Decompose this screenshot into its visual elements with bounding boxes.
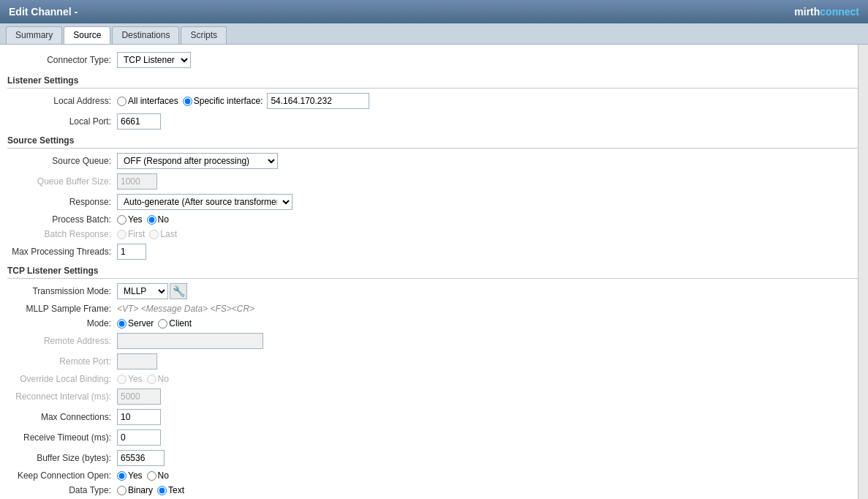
response-row: Response: Auto-generate (After source tr… (7, 194, 861, 210)
mode-radio-group: Server Client (117, 318, 192, 329)
tab-destinations[interactable]: Destinations (112, 26, 179, 44)
process-batch-yes-radio[interactable] (117, 215, 127, 225)
keep-connection-open-row: Keep Connection Open: Yes No (7, 470, 861, 481)
source-settings-title: Source Settings (7, 135, 861, 149)
keep-yes-option[interactable]: Yes (117, 470, 143, 481)
wrench-button[interactable]: 🔧 (170, 283, 187, 299)
override-local-binding-row: Override Local Binding: Yes No (7, 374, 861, 384)
keep-connection-open-label: Keep Connection Open: (7, 470, 117, 481)
all-interfaces-option[interactable]: All interfaces (117, 96, 178, 106)
keep-no-radio[interactable] (147, 471, 156, 481)
batch-response-first-radio[interactable] (117, 230, 127, 239)
mllp-sample-value: <VT> <Message Data> <FS><CR> (117, 304, 254, 314)
batch-response-first-option[interactable]: First (117, 229, 145, 239)
receive-timeout-row: Receive Timeout (ms): (7, 429, 861, 446)
queue-buffer-size-row: Queue Buffer Size: (7, 173, 861, 190)
source-queue-row: Source Queue: OFF (Respond after process… (7, 153, 861, 169)
batch-response-row: Batch Response: First Last (7, 229, 861, 239)
max-processing-threads-input[interactable] (117, 244, 146, 260)
data-type-row: Data Type: Binary Text (7, 485, 861, 495)
queue-buffer-size-label: Queue Buffer Size: (7, 176, 117, 187)
override-no-option[interactable]: No (147, 374, 169, 384)
process-batch-yes-option[interactable]: Yes (117, 214, 143, 225)
local-address-row: Local Address: All interfaces Specific i… (7, 93, 861, 109)
specific-interface-option[interactable]: Specific interface: (183, 96, 263, 106)
listener-settings-title: Listener Settings (7, 75, 861, 89)
transmission-mode-select[interactable]: MLLP (117, 283, 168, 299)
reconnect-interval-row: Reconnect Interval (ms): (7, 389, 861, 405)
receive-timeout-input[interactable] (117, 429, 161, 446)
data-text-option[interactable]: Text (157, 485, 184, 495)
tcp-listener-settings-title: TCP Listener Settings (7, 266, 861, 279)
queue-buffer-size-input[interactable] (117, 173, 157, 190)
remote-port-input[interactable] (117, 353, 157, 369)
batch-response-last-radio[interactable] (149, 230, 159, 239)
remote-address-input[interactable] (117, 333, 263, 349)
buffer-size-row: Buffer Size (bytes): (7, 450, 861, 466)
max-connections-label: Max Connections: (7, 412, 117, 422)
keep-connection-radio-group: Yes No (117, 470, 169, 481)
override-yes-option[interactable]: Yes (117, 374, 143, 384)
source-queue-select[interactable]: OFF (Respond after processing) (117, 153, 278, 169)
tab-scripts[interactable]: Scripts (181, 26, 227, 44)
max-processing-threads-row: Max Processing Threads: (7, 244, 861, 260)
mode-client-radio[interactable] (158, 319, 167, 329)
data-text-radio[interactable] (157, 486, 167, 495)
mllp-sample-row: MLLP Sample Frame: <VT> <Message Data> <… (7, 304, 861, 314)
all-interfaces-radio[interactable] (117, 97, 127, 106)
batch-response-radio-group: First Last (117, 229, 177, 239)
batch-response-last-option[interactable]: Last (149, 229, 177, 239)
override-radio-group: Yes No (117, 374, 169, 384)
buffer-size-input[interactable] (117, 450, 165, 466)
mode-row: Mode: Server Client (7, 318, 861, 329)
data-type-radio-group: Binary Text (117, 485, 184, 495)
override-yes-radio[interactable] (117, 375, 127, 384)
response-select[interactable]: Auto-generate (After source transformer) (117, 194, 293, 210)
data-binary-radio[interactable] (117, 486, 127, 495)
data-binary-option[interactable]: Binary (117, 485, 153, 495)
transmission-mode-row: Transmission Mode: MLLP 🔧 (7, 283, 861, 299)
data-type-label: Data Type: (7, 485, 117, 495)
remote-port-row: Remote Port: (7, 353, 861, 369)
remote-address-label: Remote Address: (7, 336, 117, 346)
process-batch-row: Process Batch: Yes No (7, 214, 861, 225)
tab-source[interactable]: Source (64, 26, 110, 44)
tab-summary[interactable]: Summary (6, 26, 62, 44)
keep-yes-radio[interactable] (117, 471, 127, 481)
buffer-size-label: Buffer Size (bytes): (7, 453, 117, 463)
mode-client-option[interactable]: Client (158, 318, 192, 329)
local-address-label: Local Address: (7, 96, 117, 106)
transmission-mode-label: Transmission Mode: (7, 286, 117, 296)
response-label: Response: (7, 197, 117, 207)
max-processing-threads-label: Max Processing Threads: (7, 247, 117, 257)
override-no-radio[interactable] (147, 375, 156, 384)
max-connections-row: Max Connections: (7, 409, 861, 425)
specific-interface-input[interactable] (267, 93, 369, 109)
process-batch-no-option[interactable]: No (147, 214, 169, 225)
mode-server-radio[interactable] (117, 319, 127, 329)
mllp-sample-label: MLLP Sample Frame: (7, 304, 117, 314)
specific-interface-radio[interactable] (183, 97, 192, 106)
mode-label: Mode: (7, 318, 117, 329)
logo-text: mirth (794, 6, 820, 18)
tab-bar: Summary Source Destinations Scripts (0, 23, 868, 45)
max-connections-input[interactable] (117, 409, 161, 425)
process-batch-no-radio[interactable] (147, 215, 156, 225)
local-address-radio-group: All interfaces Specific interface: (117, 93, 369, 109)
receive-timeout-label: Receive Timeout (ms): (7, 432, 117, 443)
local-port-input[interactable] (117, 113, 161, 130)
source-queue-label: Source Queue: (7, 156, 117, 166)
process-batch-label: Process Batch: (7, 214, 117, 225)
local-port-label: Local Port: (7, 116, 117, 127)
batch-response-label: Batch Response: (7, 229, 117, 239)
mode-server-option[interactable]: Server (117, 318, 154, 329)
local-port-row: Local Port: (7, 113, 861, 130)
reconnect-interval-input[interactable] (117, 389, 161, 405)
keep-no-option[interactable]: No (147, 470, 169, 481)
window-title: Edit Channel - (9, 6, 78, 18)
override-local-binding-label: Override Local Binding: (7, 374, 117, 384)
logo: mirthconnect (794, 6, 859, 18)
scrollbar[interactable] (858, 45, 868, 499)
connector-type-label: Connector Type: (7, 55, 117, 65)
connector-type-select[interactable]: TCP Listener (117, 52, 191, 68)
